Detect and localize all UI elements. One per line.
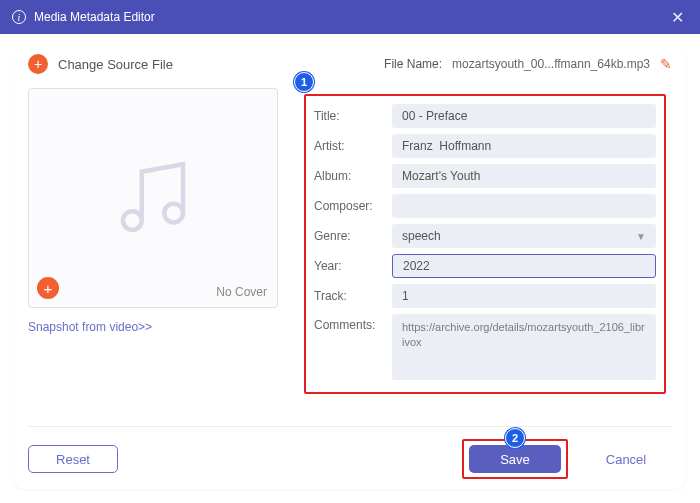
- album-label: Album:: [314, 169, 384, 183]
- title-label: Title:: [314, 109, 384, 123]
- callout-2: 2: [505, 428, 525, 448]
- comments-input[interactable]: [392, 314, 656, 380]
- music-note-icon: [108, 153, 198, 243]
- composer-label: Composer:: [314, 199, 384, 213]
- cancel-button[interactable]: Cancel: [580, 445, 672, 473]
- footer: Reset 2 Save Cancel: [28, 426, 672, 479]
- genre-select[interactable]: [392, 224, 656, 248]
- callout-1: 1: [294, 72, 314, 92]
- pencil-icon[interactable]: ✎: [660, 56, 672, 72]
- track-input[interactable]: [392, 284, 656, 308]
- cover-art-box: + No Cover: [28, 88, 278, 308]
- genre-label: Genre:: [314, 229, 384, 243]
- title-input[interactable]: [392, 104, 656, 128]
- filename-label: File Name:: [384, 57, 442, 71]
- change-source-button[interactable]: + Change Source File: [28, 54, 173, 74]
- comments-label: Comments:: [314, 314, 384, 332]
- track-label: Track:: [314, 289, 384, 303]
- save-highlight-region: 2 Save: [462, 439, 568, 479]
- close-icon[interactable]: ✕: [667, 8, 688, 27]
- artist-label: Artist:: [314, 139, 384, 153]
- year-input[interactable]: [392, 254, 656, 278]
- album-input[interactable]: [392, 164, 656, 188]
- snapshot-link[interactable]: Snapshot from video>>: [28, 320, 278, 334]
- add-cover-button[interactable]: +: [37, 277, 59, 299]
- save-button[interactable]: Save: [469, 445, 561, 473]
- change-source-label: Change Source File: [58, 57, 173, 72]
- plus-icon: +: [28, 54, 48, 74]
- artist-input[interactable]: [392, 134, 656, 158]
- window-title: Media Metadata Editor: [34, 10, 155, 24]
- svg-point-0: [123, 211, 142, 230]
- fields-highlight-region: 1 Title: Artist: Album: Composer:: [304, 94, 666, 394]
- info-icon: i: [12, 10, 26, 24]
- no-cover-label: No Cover: [216, 285, 267, 299]
- svg-point-1: [164, 204, 183, 223]
- title-bar: i Media Metadata Editor ✕: [0, 0, 700, 34]
- composer-input[interactable]: [392, 194, 656, 218]
- reset-button[interactable]: Reset: [28, 445, 118, 473]
- filename-value: mozartsyouth_00...ffmann_64kb.mp3: [452, 57, 650, 71]
- year-label: Year:: [314, 259, 384, 273]
